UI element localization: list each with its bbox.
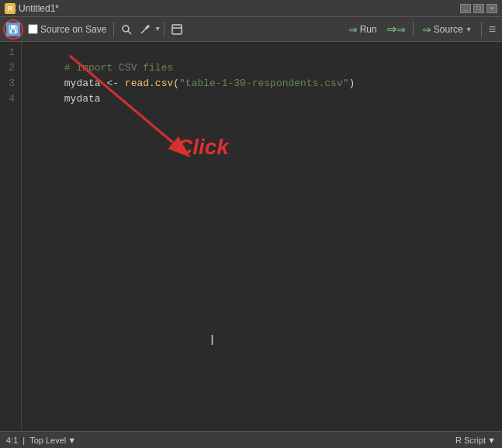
line-num-2: 2: [3, 60, 15, 76]
svg-point-4: [123, 26, 129, 32]
separator-3: [413, 22, 414, 37]
editor-area: 1 2 3 4 # Import CSV files mydata <- rea…: [0, 42, 502, 431]
window-controls: _ □ ×: [460, 4, 497, 13]
code-token: read.csv: [125, 78, 173, 89]
rerun-icon2: ⇒: [396, 23, 406, 36]
line-num-4: 4: [3, 91, 15, 107]
re-run-button[interactable]: ⇒ ⇒: [383, 20, 409, 39]
code-token: (: [173, 78, 179, 89]
code-token: mydata: [64, 93, 101, 105]
cursor-position[interactable]: 4:1: [6, 436, 18, 445]
run-button[interactable]: ⇒ Run: [344, 20, 382, 39]
code-token: ): [349, 78, 355, 89]
search-area: ▼: [118, 20, 159, 39]
script-type[interactable]: R Script ▼: [455, 436, 496, 445]
source-button[interactable]: ⇒ Source ▼: [417, 20, 477, 39]
code-token: "table-1-30-respondents.csv": [179, 78, 348, 89]
separator-1: [113, 22, 114, 37]
separator-4: [481, 22, 482, 37]
svg-rect-3: [12, 30, 15, 33]
code-token: # Import CSV files: [64, 62, 173, 74]
code-token: <-: [106, 78, 124, 89]
status-bar: 4:1 | Top Level ▼ R Script ▼: [0, 431, 502, 448]
svg-line-5: [128, 31, 131, 34]
run-icon: ⇒: [348, 23, 358, 36]
separator-2: [164, 22, 164, 37]
title-bar: R Untitled1* _ □ ×: [0, 0, 502, 17]
source-on-save-label: Source on Save: [40, 24, 106, 35]
maximize-button[interactable]: □: [473, 4, 484, 13]
source-on-save-toggle[interactable]: Source on Save: [25, 24, 109, 35]
source-dropdown-arrow: ▼: [466, 26, 473, 33]
menu-button[interactable]: ≡: [486, 22, 499, 36]
tools-dropdown-arrow[interactable]: ▼: [155, 26, 159, 33]
svg-rect-1: [11, 26, 16, 29]
save-button[interactable]: [3, 19, 23, 40]
svg-line-6: [141, 29, 146, 33]
rerun-icon: ⇒: [386, 22, 396, 36]
code-token: mydata: [64, 78, 107, 89]
status-separator: |: [23, 436, 25, 445]
toolbar: Source on Save ▼ ⇒ Run ⇒ ⇒: [0, 17, 502, 42]
svg-rect-7: [172, 25, 182, 34]
source-run-icon: ⇒: [422, 23, 431, 36]
search-button[interactable]: [118, 20, 135, 39]
code-line-1: # Import CSV files: [28, 45, 496, 60]
status-right: R Script ▼: [455, 436, 496, 445]
minimize-button[interactable]: _: [460, 4, 471, 13]
app-icon: R: [5, 3, 16, 14]
text-cursor: I: [210, 333, 214, 349]
save-icon: [6, 22, 20, 36]
line-num-3: 3: [3, 76, 15, 91]
window-title: Untitled1*: [19, 3, 460, 14]
context-indicator[interactable]: Top Level ▼: [29, 436, 76, 445]
source-on-save-checkbox[interactable]: [28, 24, 38, 34]
code-editor[interactable]: # Import CSV files mydata <- read.csv("t…: [22, 42, 502, 431]
close-button[interactable]: ×: [486, 4, 497, 13]
line-numbers: 1 2 3 4: [0, 42, 22, 431]
layout-button[interactable]: [168, 20, 185, 39]
tools-button[interactable]: [137, 20, 154, 39]
status-left: 4:1 | Top Level ▼: [6, 436, 76, 445]
line-num-1: 1: [3, 45, 15, 60]
click-label: Click: [177, 135, 229, 160]
